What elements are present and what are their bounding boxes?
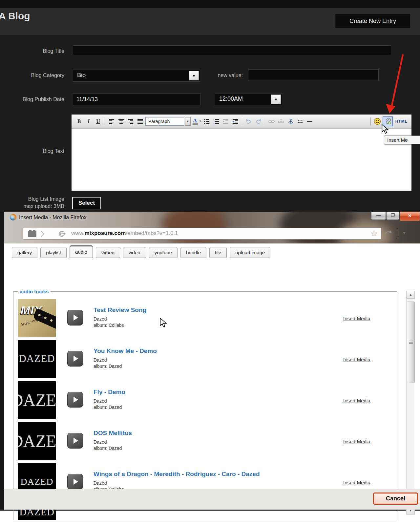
track-title[interactable]: Test Review Song	[94, 306, 146, 314]
font-color-icon[interactable]: A▼	[192, 117, 201, 126]
track-title[interactable]: You Know Me - Demo	[94, 347, 157, 355]
editor-content-area[interactable]	[72, 129, 411, 191]
svg-text:3: 3	[213, 122, 215, 124]
html-source-button[interactable]: HTML	[395, 119, 408, 124]
track-artist: Dazed	[94, 398, 107, 404]
track-album: album: Dazed	[94, 446, 122, 451]
tab-playlist[interactable]: playlist	[40, 247, 67, 258]
tab-vimeo[interactable]: vimeo	[96, 247, 120, 258]
mouse-cursor	[381, 124, 390, 135]
play-button[interactable]	[67, 433, 83, 449]
globe-icon	[59, 231, 65, 237]
tab-upload-image[interactable]: upload image	[230, 247, 270, 258]
scrollbar[interactable]: ▲ ▼	[406, 291, 414, 515]
numbered-list-icon[interactable]: 123	[212, 117, 220, 126]
scroll-up-button[interactable]: ▲	[407, 291, 415, 299]
new-value-input[interactable]	[248, 69, 379, 80]
bold-icon[interactable]: B	[75, 117, 83, 126]
tab-file[interactable]: file	[209, 247, 227, 258]
page-break-icon[interactable]	[296, 117, 304, 126]
insert-media-link[interactable]: Insert Media	[343, 480, 370, 485]
track-artist: Dazed	[94, 357, 107, 363]
insert-media-link[interactable]: Insert Media	[343, 357, 370, 362]
dialog-footer: Cancel	[4, 489, 420, 510]
track-artist: Dazed	[94, 316, 107, 322]
maximize-button[interactable]: ❐	[386, 212, 399, 220]
bookmark-star-icon[interactable]: ★	[370, 229, 378, 238]
url-bar[interactable]: www.mixposure.com/embed/tabs?v=1.0.1 ★	[23, 228, 381, 240]
align-center-icon[interactable]	[117, 117, 125, 126]
blog-title-label: Blog Title	[0, 48, 64, 54]
track-artist: Dazed	[94, 480, 107, 486]
chevron-down-icon[interactable]: ▼	[402, 231, 406, 235]
link-icon[interactable]	[267, 117, 276, 126]
insert-media-link[interactable]: Insert Media	[343, 439, 370, 444]
play-button[interactable]	[67, 310, 83, 326]
horizontal-rule-icon[interactable]	[305, 117, 314, 126]
minimize-button[interactable]: —	[371, 212, 386, 220]
blog-title-input[interactable]	[73, 45, 391, 55]
url-domain: mixposure.com	[85, 230, 126, 236]
publish-time-select[interactable]: 12:00AM ▼	[215, 93, 282, 105]
tab-gallery[interactable]: gallery	[12, 247, 37, 258]
toolbar-separator	[242, 117, 242, 125]
go-arrow-icon[interactable]	[384, 230, 392, 236]
publish-date-label: Blog Publish Date	[0, 96, 64, 102]
insert-media-link[interactable]: Insert Media	[343, 316, 370, 321]
window-title: Insert Media - Mozilla Firefox	[19, 215, 86, 220]
underline-icon[interactable]: U	[94, 117, 102, 126]
paragraph-format-select[interactable]: Paragraph	[145, 117, 184, 126]
smiley-icon[interactable]	[373, 117, 382, 126]
align-left-icon[interactable]	[107, 117, 116, 126]
blog-text-label: Blog Text	[0, 148, 64, 154]
anchor-icon[interactable]	[286, 117, 295, 126]
tab-video[interactable]: video	[123, 247, 146, 258]
bullet-list-icon[interactable]	[202, 117, 211, 126]
toolbar-separator	[265, 117, 265, 125]
create-new-entry-button[interactable]: Create New Entry	[335, 14, 410, 28]
screen: A Blog Create New Entry Blog Title Blog …	[0, 0, 420, 525]
album-art: DAZED	[18, 340, 56, 378]
tab-youtube[interactable]: youtube	[149, 247, 178, 258]
scrollbar-thumb[interactable]	[407, 302, 415, 383]
track-title[interactable]: DOS Mellitus	[94, 430, 132, 437]
undo-icon[interactable]	[244, 117, 253, 126]
outdent-icon[interactable]	[221, 117, 230, 126]
media-tabs: gallery playlist audio vimeo video youtu…	[12, 245, 270, 258]
site-identity-icon[interactable]	[28, 231, 36, 237]
toolbar-separator	[105, 117, 105, 125]
firefox-icon	[10, 214, 16, 220]
justify-icon[interactable]	[136, 117, 144, 126]
page-title: A Blog	[0, 10, 30, 22]
align-right-icon[interactable]	[126, 117, 135, 126]
play-button[interactable]	[67, 474, 83, 490]
album-art: DAZED	[18, 422, 56, 460]
track-title[interactable]: Fly - Demo	[94, 388, 125, 396]
play-button[interactable]	[67, 392, 83, 408]
close-button[interactable]: ✕	[400, 212, 420, 221]
toolbar-separator	[370, 117, 371, 125]
unlink-icon[interactable]	[277, 117, 285, 126]
url-prefix: www.	[71, 230, 85, 236]
play-button[interactable]	[67, 351, 83, 367]
insert-media-tooltip: Insert Me	[384, 136, 420, 144]
url-text[interactable]: www.mixposure.com/embed/tabs?v=1.0.1	[71, 230, 178, 237]
blog-category-value: Bio	[77, 72, 86, 79]
insert-media-link[interactable]: Insert Media	[343, 398, 370, 403]
list-image-label: Blog List Image	[0, 196, 64, 202]
select-image-button[interactable]: Select	[72, 197, 101, 209]
list-image-hint: max upload: 3MB	[0, 203, 64, 209]
chevron-down-icon[interactable]: ▼	[271, 94, 281, 104]
album-art: DAZED	[18, 381, 56, 419]
tab-bundle[interactable]: bundle	[180, 247, 206, 258]
publish-date-input[interactable]	[73, 94, 201, 105]
chevron-down-icon[interactable]: ▼	[185, 117, 191, 126]
track-album: album: Dazed	[94, 364, 122, 369]
cancel-button[interactable]: Cancel	[373, 493, 418, 505]
mix-sub-text: Artist song	[20, 317, 39, 328]
redo-icon[interactable]	[254, 117, 262, 126]
tab-audio[interactable]: audio	[70, 245, 93, 258]
track-title[interactable]: Wings of a Dragon - Meredith - Rodriguez…	[94, 471, 260, 478]
indent-icon[interactable]	[231, 117, 240, 126]
italic-icon[interactable]: I	[84, 117, 93, 126]
